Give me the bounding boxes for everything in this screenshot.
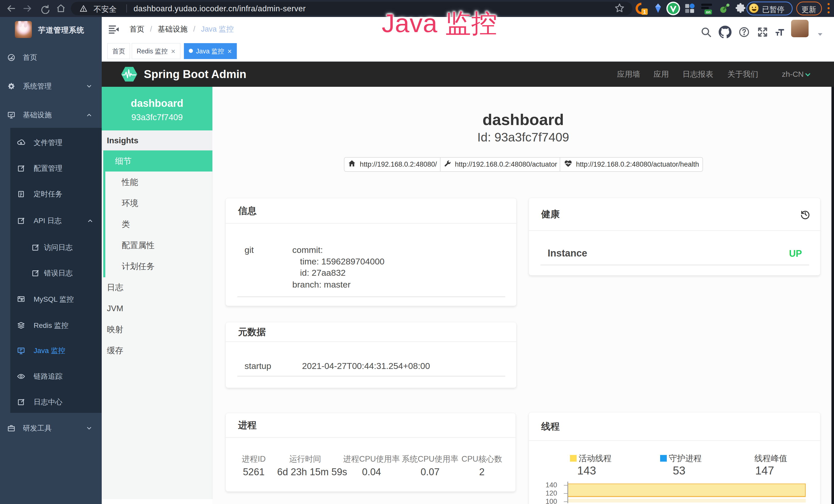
svg-text:1: 1 xyxy=(643,9,646,15)
svg-text:on: on xyxy=(706,10,710,14)
